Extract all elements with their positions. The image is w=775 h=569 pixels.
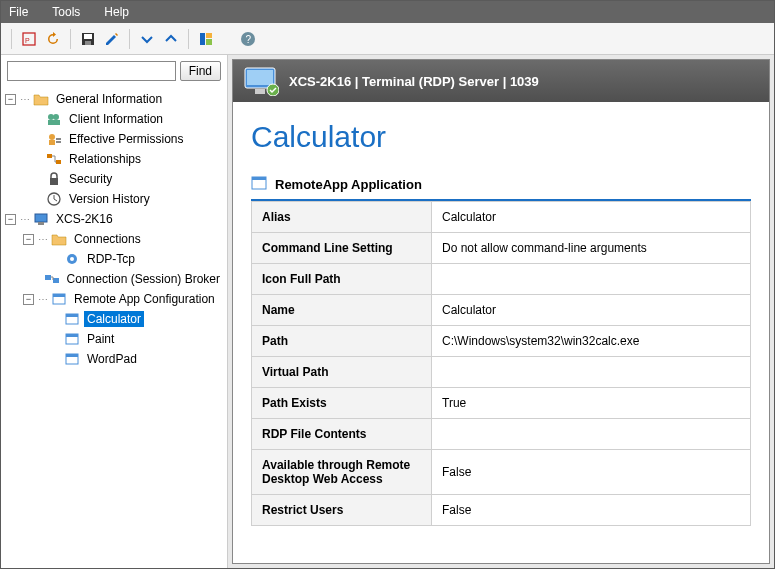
svg-rect-40 xyxy=(252,177,266,180)
tree: −⋯General Information Client Information… xyxy=(1,87,227,568)
table-row: RDP File Contents xyxy=(252,419,751,450)
svg-rect-14 xyxy=(49,140,55,145)
tree-remoteapp[interactable]: −⋯Remote App Configuration xyxy=(5,289,223,309)
svg-rect-22 xyxy=(38,222,44,225)
table-row: PathC:\Windows\system32\win32calc.exe xyxy=(252,326,751,357)
table-row: NameCalculator xyxy=(252,295,751,326)
pdf-icon[interactable]: P xyxy=(20,30,38,48)
help-icon[interactable]: ? xyxy=(239,30,257,48)
svg-rect-32 xyxy=(66,334,78,337)
svg-text:?: ? xyxy=(246,34,252,45)
menu-tools[interactable]: Tools xyxy=(52,5,80,19)
svg-rect-3 xyxy=(84,34,92,39)
section-header: RemoteApp Application xyxy=(251,172,751,197)
svg-point-13 xyxy=(49,134,55,140)
table-row: Available through Remote Desktop Web Acc… xyxy=(252,450,751,495)
tree-paint[interactable]: Paint xyxy=(5,329,223,349)
search-input[interactable] xyxy=(7,61,176,81)
table-row: Command Line SettingDo not allow command… xyxy=(252,233,751,264)
sidebar: Find −⋯General Information Client Inform… xyxy=(1,55,228,568)
expand-icon[interactable] xyxy=(162,30,180,48)
tree-version-history[interactable]: Version History xyxy=(5,189,223,209)
svg-rect-15 xyxy=(56,138,61,140)
tree-security[interactable]: Security xyxy=(5,169,223,189)
svg-rect-17 xyxy=(47,154,52,158)
svg-rect-18 xyxy=(56,160,61,164)
svg-rect-34 xyxy=(66,354,78,357)
tree-wordpad[interactable]: WordPad xyxy=(5,349,223,369)
svg-rect-5 xyxy=(200,33,205,45)
layout-icon[interactable] xyxy=(197,30,215,48)
svg-rect-37 xyxy=(255,89,265,94)
table-row: Restrict UsersFalse xyxy=(252,495,751,526)
panel-title: XCS-2K16 | Terminal (RDP) Server | 1039 xyxy=(289,74,539,89)
table-row: Virtual Path xyxy=(252,357,751,388)
toolbar: P ? xyxy=(1,23,774,55)
svg-rect-6 xyxy=(206,33,212,38)
svg-rect-26 xyxy=(53,278,59,283)
tree-eff-perm[interactable]: Effective Permissions xyxy=(5,129,223,149)
svg-rect-7 xyxy=(206,39,212,45)
svg-rect-16 xyxy=(56,141,61,143)
svg-rect-21 xyxy=(35,214,47,222)
monitor-icon xyxy=(243,66,279,96)
menubar: File Tools Help xyxy=(1,1,774,23)
collapse-icon[interactable] xyxy=(138,30,156,48)
svg-rect-4 xyxy=(85,41,91,45)
table-row: Icon Full Path xyxy=(252,264,751,295)
page-title: Calculator xyxy=(251,120,751,154)
panel-header: XCS-2K16 | Terminal (RDP) Server | 1039 xyxy=(233,60,769,102)
tree-rdptcp[interactable]: RDP-Tcp xyxy=(5,249,223,269)
svg-rect-25 xyxy=(45,275,51,280)
app-icon xyxy=(251,176,267,193)
menu-file[interactable]: File xyxy=(9,5,28,19)
tree-connections[interactable]: −⋯Connections xyxy=(5,229,223,249)
tree-relationships[interactable]: Relationships xyxy=(5,149,223,169)
edit-icon[interactable] xyxy=(103,30,121,48)
svg-text:P: P xyxy=(25,37,30,44)
content: XCS-2K16 | Terminal (RDP) Server | 1039 … xyxy=(228,55,774,568)
svg-rect-19 xyxy=(50,178,58,185)
svg-point-11 xyxy=(53,114,59,120)
svg-point-24 xyxy=(70,257,74,261)
table-row: AliasCalculator xyxy=(252,202,751,233)
tree-session-broker[interactable]: Connection (Session) Broker xyxy=(5,269,223,289)
svg-rect-36 xyxy=(247,70,273,85)
svg-rect-28 xyxy=(53,294,65,297)
tree-client-info[interactable]: Client Information xyxy=(5,109,223,129)
table-row: Path ExistsTrue xyxy=(252,388,751,419)
properties-table: AliasCalculator Command Line SettingDo n… xyxy=(251,201,751,526)
svg-rect-30 xyxy=(66,314,78,317)
find-button[interactable]: Find xyxy=(180,61,221,81)
tree-calculator[interactable]: Calculator xyxy=(5,309,223,329)
tree-server[interactable]: −⋯XCS-2K16 xyxy=(5,209,223,229)
tree-general-info[interactable]: −⋯General Information xyxy=(5,89,223,109)
svg-rect-12 xyxy=(48,120,60,125)
menu-help[interactable]: Help xyxy=(104,5,129,19)
save-icon[interactable] xyxy=(79,30,97,48)
refresh-icon[interactable] xyxy=(44,30,62,48)
